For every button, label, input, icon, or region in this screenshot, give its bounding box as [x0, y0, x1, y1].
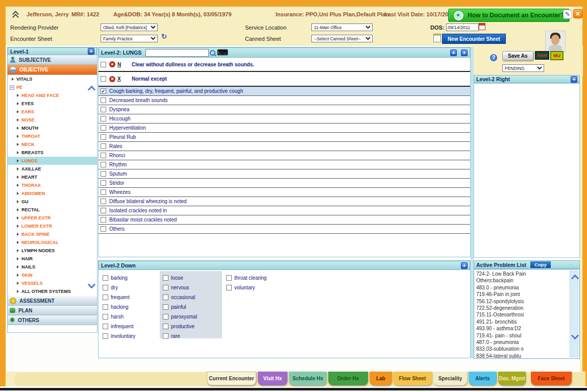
collapse-header-icon[interactable] [12, 11, 18, 18]
encounter-sheet-select[interactable]: Family Practice [101, 35, 158, 42]
problem-item[interactable]: 719.41- pain - shoul [474, 332, 579, 339]
sidebar-tree-item-head-and-face[interactable]: HEAD AND FACE [8, 91, 97, 100]
sidebar-tree-item-skin[interactable]: SKIN [8, 271, 97, 279]
keyboard-icon[interactable]: ⌨ [217, 49, 228, 56]
tab-lab[interactable]: Lab [370, 372, 392, 385]
modifier-item-painful[interactable]: painful [163, 302, 197, 311]
sidebar-tree-item-neurological[interactable]: NEUROLOGICAL [8, 238, 97, 247]
expand-node-icon[interactable] [17, 192, 19, 195]
sidebar-tree-item-pe[interactable]: −PE [8, 83, 97, 91]
tab-doc-mgmt[interactable]: Doc. Mgmt [498, 372, 526, 385]
checkbox[interactable]: ✓ [101, 88, 106, 94]
normal-except-row[interactable]: ✕ X Normal except [99, 72, 470, 87]
normal-checkbox[interactable] [101, 62, 106, 67]
checkbox[interactable] [101, 134, 106, 140]
level2-down-add-icon[interactable]: + [461, 262, 468, 269]
mu-button[interactable]: MU [550, 51, 564, 60]
checkbox[interactable] [103, 314, 108, 320]
level2-item-diffuse-bilateral-wheezing-is-noted[interactable]: Diffuse bilateral wheezing is noted [99, 197, 470, 206]
level2-item-dyspnea[interactable]: Dyspnea [99, 105, 470, 114]
level2-item-bibasilar-moist-crackles-noted[interactable]: Bibasilar moist crackles noted [99, 215, 470, 225]
checkbox[interactable] [101, 143, 106, 149]
checkbox[interactable] [101, 107, 106, 112]
sidebar-item-plan[interactable]: PLAN [8, 306, 97, 315]
level2-item-others[interactable]: Others [99, 225, 470, 234]
tab-alerts[interactable]: Alerts [469, 372, 497, 385]
modifier-item-occasional[interactable]: occasional [163, 292, 197, 302]
problem-item[interactable]: 722.52-degeneration [474, 305, 579, 311]
notepad-icon[interactable] [433, 34, 441, 42]
expand-node-icon[interactable] [17, 176, 19, 179]
checkbox[interactable] [103, 324, 108, 329]
sidebar-tree-item-rectal[interactable]: RECTAL [8, 206, 97, 214]
expand-node-icon[interactable] [17, 257, 19, 260]
copy-button[interactable]: Copy [530, 261, 551, 268]
modifier-item-productive[interactable]: productive [163, 322, 197, 331]
checkbox[interactable] [103, 285, 108, 290]
expand-node-icon[interactable] [17, 110, 19, 113]
sidebar-tree-item-ears[interactable]: EARS [8, 108, 97, 116]
checkbox[interactable] [226, 285, 232, 290]
sidebar-tree-item-gu[interactable]: GU [8, 198, 97, 206]
expand-node-icon[interactable] [17, 216, 19, 219]
tab-flow-sheet[interactable]: Flow Sheet [393, 372, 432, 385]
sidebar-tree-item-throat[interactable]: THROAT [8, 132, 97, 140]
problem-item[interactable]: 487.0 - pneumonia [474, 339, 579, 346]
checkbox[interactable] [101, 180, 106, 186]
expand-node-icon[interactable] [17, 159, 19, 162]
sidebar-tree-item-vessels[interactable]: VESSELS [8, 279, 97, 287]
modifier-item-voluntary[interactable]: voluntary [226, 283, 266, 292]
sidebar-item-assessment[interactable]: ASSESSMENT [8, 296, 97, 306]
level2-item-sputum[interactable]: Sputum [99, 169, 470, 179]
expand-node-icon[interactable] [17, 151, 19, 154]
level2-right-add-icon[interactable]: + [571, 76, 577, 83]
search-icon[interactable] [210, 50, 215, 56]
modifier-item-harsh[interactable]: harsh [103, 312, 135, 321]
checkbox[interactable] [103, 333, 108, 339]
expand-node-icon[interactable] [17, 118, 19, 121]
sidebar-item-others[interactable]: ✱ OTHERS [8, 315, 97, 325]
canned-sheet-select[interactable]: --Select Canned Sheet-- [311, 35, 373, 42]
sidebar-tree-item-nose[interactable]: NOSE [8, 116, 97, 124]
new-encounter-sheet-button[interactable]: New Encounter Sheet [442, 34, 506, 44]
sidebar-tree-item-all-other-systems[interactable]: ALL OTHER SYSTEMS [8, 287, 97, 296]
checkbox[interactable] [101, 208, 106, 213]
expand-node-icon[interactable] [17, 135, 19, 138]
modifier-item-nervous[interactable]: nervous [163, 283, 197, 292]
problem-item[interactable]: 833.03-subluxation o [474, 346, 579, 352]
expand-node-icon[interactable] [17, 233, 19, 236]
sidebar-tree-item-vitals[interactable]: VITALS [8, 75, 97, 83]
sidebar-tree-item-neck[interactable]: NECK [8, 140, 97, 149]
tab-schedule-hx[interactable]: Schedule Hx [289, 372, 327, 385]
level2-item-hyperventilation[interactable]: Hyperventilation [99, 124, 470, 133]
service-location-select[interactable]: 11-Main Office [311, 23, 373, 31]
sidebar-tree-item-heart[interactable]: HEART [8, 173, 97, 181]
tab-speciality[interactable]: Speciality [433, 372, 467, 385]
modifier-item-involuntary[interactable]: involuntary [103, 331, 135, 340]
save-as-button[interactable]: Save As [502, 51, 533, 61]
checkbox[interactable] [101, 97, 106, 103]
level2-item-cough-barking-dry-frequent-painful-and-productive-cough[interactable]: ✓Cough barking, dry, frequent, painful, … [99, 87, 470, 96]
expand-node-icon[interactable] [17, 127, 19, 130]
checkbox[interactable] [163, 314, 168, 320]
checkbox[interactable] [103, 304, 108, 310]
expand-node-icon[interactable] [17, 184, 19, 187]
expand-node-icon[interactable] [17, 290, 19, 293]
checkbox[interactable] [163, 295, 168, 300]
level2-item-pleural-rub[interactable]: Pleural Rub [99, 133, 470, 142]
problem-item[interactable]: Others:backpain [474, 277, 579, 284]
modifier-item-loose[interactable]: loose [163, 273, 197, 282]
sidebar-tree-item-abdomen[interactable]: ABDOMEN [8, 189, 97, 198]
refresh-icon[interactable]: ↻ [161, 33, 167, 40]
tab-current-encounter[interactable]: Current Encounter [207, 372, 256, 385]
checkbox[interactable] [101, 125, 106, 131]
sidebar-item-subjective[interactable]: SUBJECTIVE [8, 55, 97, 65]
problem-item[interactable]: 483.0 - pneumonia [474, 284, 579, 291]
problem-item[interactable]: 838.54-lateral sublu [474, 353, 579, 359]
sidebar-tree-item-lower-extr[interactable]: LOWER EXTR [8, 222, 97, 230]
expand-node-icon[interactable] [17, 225, 19, 228]
sidebar-tree-item-axillae[interactable]: AXILLAE [8, 165, 97, 173]
problem-item[interactable]: 493.90 - asthma:D2 [474, 325, 579, 332]
modifier-item-paroxysmal[interactable]: paroxysmal [163, 312, 197, 321]
modifier-item-frequent[interactable]: frequent [103, 292, 135, 302]
